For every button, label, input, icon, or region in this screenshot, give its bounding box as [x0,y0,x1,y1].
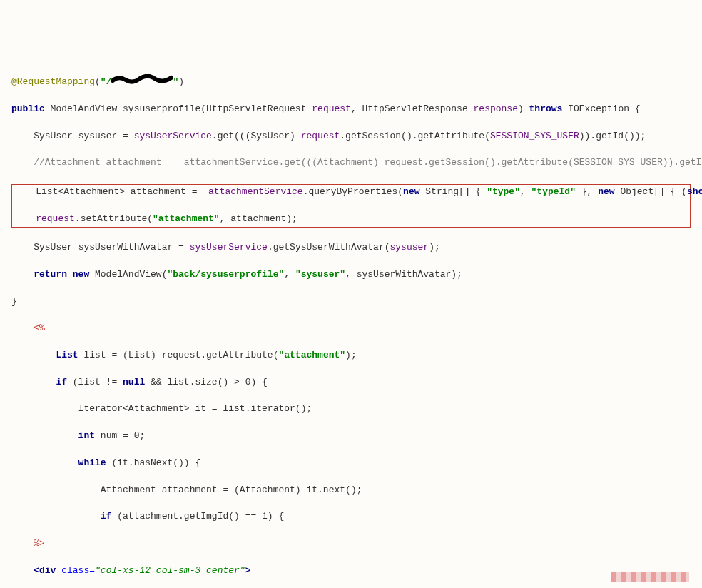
code-line: SysUser sysuser = sysUserService.get(((S… [11,130,691,143]
code-line: <% [11,322,691,335]
code-line: public ModelAndView sysuserprofile(HttpS… [11,103,691,116]
code-line: List<Attachment> attachment = attachment… [14,186,688,199]
watermark-blur [611,572,689,582]
code-line: int num = 0; [11,430,691,443]
code-line: if (list != null && list.size() > 0) { [11,376,691,390]
code-block: @RequestMapping("/") public ModelAndView… [11,61,691,588]
highlighted-box: List<Attachment> attachment = attachment… [11,184,691,228]
code-line: Iterator<Attachment> it = list.iterator(… [11,402,691,416]
code-line: List list = (List) request.getAttribute(… [11,349,691,363]
code-line: SysUser sysUserWithAvatar = sysUserServi… [11,241,691,255]
code-line: if (attachment.getImgId() == 1) { [11,510,691,524]
code-line-comment: //Attachment attachment = attachmentServ… [11,156,691,170]
code-line: } [11,295,691,309]
code-line: while (it.hasNext()) { [11,457,691,470]
code-line: return new ModelAndView("back/sysuserpro… [11,268,691,282]
code-line: Attachment attachment = (Attachment) it.… [11,484,691,497]
code-line: request.setAttribute("attachment", attac… [14,213,688,226]
code-line: %> [11,537,691,551]
code-line: <div class="col-xs-12 col-sm-3 center"> [11,564,691,578]
redaction-scribble [111,74,173,89]
code-line: @RequestMapping("/") [11,74,691,89]
